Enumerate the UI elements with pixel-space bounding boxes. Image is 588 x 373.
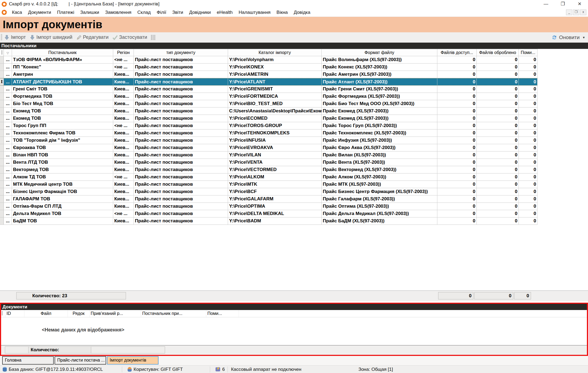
format-cell[interactable]: Прайс Фортмедика (XLS(97-2003)) [322, 93, 437, 100]
format-cell[interactable]: Прайс Галафарм (XLS(97-2003)) [322, 195, 437, 203]
supplier-row[interactable]: ...ТзОВ ФІРМА «ВОЛИНЬФАРМ»<не ...Прайс-л… [0, 56, 538, 64]
region-cell[interactable]: Киев... [113, 86, 134, 93]
row-ellipsis-button[interactable]: ... [4, 181, 12, 188]
doc-column-header[interactable]: Прив'язаний р... [90, 310, 141, 317]
files-processed-cell[interactable]: 0 [477, 144, 519, 151]
supplier-name-cell[interactable]: Торос Груп ПП [12, 122, 113, 129]
supplier-row[interactable]: ...АметринКиев...Прайс-лист поставщиковY… [0, 71, 538, 78]
format-cell[interactable]: Прайс Био Тест Мед ООО (XLS(97-2003)) [322, 100, 437, 107]
catalog-cell[interactable]: Y:\Price\TOROS-GROUP [228, 122, 322, 129]
region-cell[interactable]: Киев... [113, 181, 134, 188]
supplier-row[interactable]: ...Екомед ТОВКиев...Прайс-лист поставщик… [0, 108, 538, 115]
doctype-cell[interactable]: Прайс-лист поставщиков [134, 122, 228, 129]
doctype-cell[interactable]: Прайс-лист поставщиков [134, 181, 228, 188]
menu-item-довідники[interactable]: Довідники [186, 10, 214, 15]
files-available-cell[interactable]: 0 [437, 115, 477, 122]
files-processed-cell[interactable]: 0 [477, 56, 519, 63]
files-available-cell[interactable]: 0 [437, 203, 477, 210]
doctype-cell[interactable]: Прайс-лист поставщиков [134, 86, 228, 93]
files-processed-cell[interactable]: 0 [477, 100, 519, 107]
files-processed-cell[interactable]: 0 [477, 159, 519, 166]
doc-column-header[interactable]: ID [5, 310, 24, 317]
row-ellipsis-button[interactable]: ... [4, 195, 12, 203]
region-cell[interactable]: <не ... [113, 122, 134, 129]
region-cell[interactable]: Киев... [113, 166, 134, 173]
menu-item-налаштування[interactable]: Налаштування [236, 10, 274, 15]
catalog-cell[interactable]: Y:\Price\FORTMEDICA [228, 93, 322, 100]
supplier-name-cell[interactable]: Екомед ТОВ [12, 115, 113, 122]
format-cell[interactable]: Прайс Екомед (XLS(97-2003)) [322, 115, 437, 122]
region-cell[interactable]: Киев... [113, 100, 134, 107]
supplier-row[interactable]: ...Фортмедика ТОВКиев...Прайс-лист поста… [0, 93, 538, 100]
errors-cell[interactable]: 0 [519, 115, 538, 122]
errors-cell[interactable]: 0 [519, 166, 538, 173]
doc-column-header[interactable]: Файл [24, 310, 68, 317]
files-processed-cell[interactable]: 0 [477, 195, 519, 203]
errors-cell[interactable]: 0 [519, 210, 538, 217]
errors-cell[interactable]: 0 [519, 173, 538, 181]
doctype-cell[interactable]: Прайс-лист поставщиков [134, 203, 228, 210]
region-cell[interactable]: Киев... [113, 115, 134, 122]
catalog-cell[interactable]: Y:\Price\BADM [228, 217, 322, 225]
format-cell[interactable]: Прайс Аметрин (XLS(97-2003)) [322, 71, 437, 78]
files-processed-cell[interactable]: 0 [477, 188, 519, 195]
files-available-cell[interactable]: 0 [437, 173, 477, 181]
supplier-name-cell[interactable]: Екомед ТОВ [12, 108, 113, 115]
column-header[interactable]: Каталог імпорту [228, 49, 322, 56]
files-processed-cell[interactable]: 0 [477, 108, 519, 115]
tab-головна[interactable]: Головна [2, 356, 54, 365]
filter-icon[interactable]: ▽ [7, 51, 9, 55]
row-ellipsis-button[interactable]: ... [4, 100, 12, 107]
doc-column-header[interactable]: Поми... [206, 310, 239, 317]
files-available-cell[interactable]: 0 [437, 71, 477, 78]
supplier-name-cell[interactable]: Дельта Медикел ТОВ [12, 210, 113, 217]
supplier-row[interactable]: ...ТОВ "Торговий дім " Інфузія"Киев...Пр… [0, 137, 538, 144]
row-ellipsis-button[interactable]: ... [4, 93, 12, 100]
catalog-cell[interactable]: Y:\Price\GRENISMIT [228, 86, 322, 93]
files-processed-cell[interactable]: 0 [477, 137, 519, 144]
errors-cell[interactable]: 0 [519, 181, 538, 188]
supplier-name-cell[interactable]: ПП "Конекс" [12, 64, 113, 71]
format-cell[interactable]: Прайс Екомед (XLS(97-2003)) [322, 108, 437, 115]
supplier-row[interactable]: ...Грені Сміт ТОВКиев...Прайс-лист поста… [0, 86, 538, 93]
region-cell[interactable]: Киев... [113, 108, 134, 115]
catalog-cell[interactable]: Y:\Price\VILAN [228, 151, 322, 159]
supplier-row[interactable]: ...МТК Медичний центр ТОВКиев...Прайс-ли… [0, 181, 538, 188]
doctype-cell[interactable]: Прайс-лист поставщиков [134, 64, 228, 71]
doctype-cell[interactable]: Прайс-лист поставщиков [134, 100, 228, 107]
catalog-cell[interactable]: Y:\Price\VENTA [228, 159, 322, 166]
region-cell[interactable]: Киев... [113, 137, 134, 144]
region-cell[interactable]: Киев... [113, 151, 134, 159]
format-cell[interactable]: Прайс Технокомплекс (XLS(97-2003)) [322, 129, 437, 137]
catalog-cell[interactable]: Y:\Price\ECOMED [228, 115, 322, 122]
errors-cell[interactable]: 0 [519, 137, 538, 144]
region-cell[interactable]: Киев... [113, 159, 134, 166]
supplier-row[interactable]: ...Алком ТД ТОВ<не ...Прайс-лист поставщ… [0, 173, 538, 181]
format-cell[interactable]: Прайс Торос Груп (XLS(97-2003)) [322, 122, 437, 129]
region-cell[interactable]: <не ... [113, 173, 134, 181]
catalog-cell[interactable]: Y:\Price\ATLANT [228, 78, 322, 85]
row-ellipsis-button[interactable]: ... [4, 108, 12, 115]
errors-cell[interactable]: 0 [519, 100, 538, 107]
files-processed-cell[interactable]: 0 [477, 151, 519, 159]
doctype-cell[interactable]: Прайс-лист поставщиков [134, 188, 228, 195]
files-processed-cell[interactable]: 0 [477, 86, 519, 93]
region-cell[interactable]: <не ... [113, 56, 134, 63]
tab-імпорт-документів[interactable]: Імпорт документів [107, 356, 159, 365]
menu-item-ehealth[interactable]: eHealth [214, 10, 236, 15]
files-processed-cell[interactable]: 0 [477, 71, 519, 78]
errors-cell[interactable]: 0 [519, 129, 538, 137]
files-available-cell[interactable]: 0 [437, 144, 477, 151]
files-available-cell[interactable]: 0 [437, 93, 477, 100]
toolbar-button-імпорт-швидкий[interactable]: Імпорт швидкий [30, 34, 72, 40]
column-header[interactable]: Файлів доступ... [437, 49, 477, 56]
menu-item-склад[interactable]: Склад [134, 10, 154, 15]
supplier-name-cell[interactable]: Фортмедика ТОВ [12, 93, 113, 100]
region-cell[interactable]: Киев... [113, 217, 134, 225]
catalog-cell[interactable]: Y:\Price\AMETRIN [228, 71, 322, 78]
doc-column-header[interactable]: Рядок [68, 310, 90, 317]
row-ellipsis-button[interactable]: ... [4, 144, 12, 151]
files-processed-cell[interactable]: 0 [477, 64, 519, 71]
doctype-cell[interactable]: Прайс-лист поставщиков [134, 137, 228, 144]
row-ellipsis-button[interactable]: ... [4, 115, 12, 122]
